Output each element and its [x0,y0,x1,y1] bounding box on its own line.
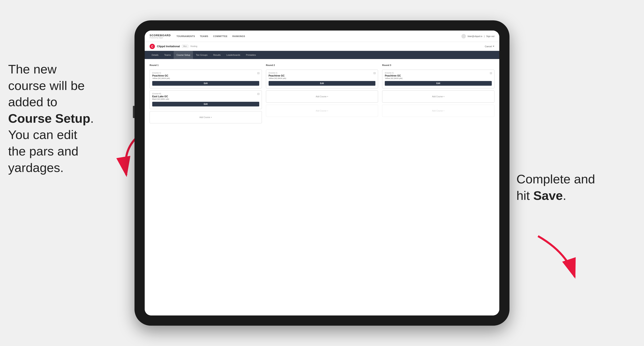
logo-area: SCOREBOARD Powered by clippd [150,34,171,39]
user-email: blair@clippd.io [468,35,482,37]
sub-header: C Clippd Invitational Men Hosting Cancel… [145,42,499,51]
sign-out-link[interactable]: Sign out [486,35,494,37]
round-3-add-course-disabled: Add Course + [382,105,494,117]
tournament-badge: Men [182,45,188,48]
tab-leaderboards[interactable]: Leaderboards [224,51,243,59]
round-1-course-a-name: Peachtree GC [152,74,259,77]
round-2-add-course[interactable]: Add Course + [266,90,378,103]
tab-teams[interactable]: Teams [162,51,174,59]
hosting-label: Hosting [190,45,197,47]
round-2-label: Round 2 [266,64,378,66]
round-1-course-b-info: Black (M) (6891 yds) [152,98,259,100]
round-1-add-course-text: Add Course + [200,116,212,119]
top-nav: SCOREBOARD Powered by clippd TOURNAMENTS… [145,30,499,42]
right-annotation-bold: Save [533,188,563,202]
round-2-column: Round 2 ⊟ (Course A) Peachtree GC Yellow… [266,64,378,123]
round-3-course-a-card: ⊟ (Course A) Peachtree GC Yellow (M) (66… [382,70,494,88]
tablet-frame: SCOREBOARD Powered by clippd TOURNAMENTS… [134,20,510,326]
sub-header-left: C Clippd Invitational Men Hosting [150,44,197,49]
round-3-column: Round 3 ⊟ (Course A) Peachtree GC Yellow… [382,64,494,123]
round-3-label: Round 3 [382,64,494,66]
round-3-add-course[interactable]: Add Course + [382,90,494,103]
round-1-column: Round 1 ⊟ (Course A) Peachtree GC Yellow… [150,64,262,123]
round-1-course-a-delete[interactable]: ⊟ [257,71,260,75]
round-3-course-a-edit[interactable]: Edit [385,81,492,86]
round-3-course-a-delete[interactable]: ⊟ [490,71,492,75]
logo-scoreboard: SCOREBOARD [150,34,171,37]
round-3-course-a-info: Yellow (M) (6629 yds) [385,77,492,79]
tab-course-setup[interactable]: Course Setup [174,51,193,59]
nav-teams[interactable]: TEAMS [200,34,208,38]
cancel-label: Cancel [485,45,492,48]
right-annotation-text: Complete and hit Save. [516,172,595,202]
round-1-course-b-card: ⊟ (Course B) East Lake GC Black (M) (689… [150,90,262,109]
round-2-add-course-disabled: Add Course + [266,105,378,117]
separator: | [484,35,485,37]
round-3-add-course-text: Add Course + [432,95,444,98]
round-1-course-a-info: Yellow (M) (6629 yds) [152,77,259,79]
tab-results[interactable]: Results [210,51,224,59]
round-1-course-b-delete[interactable]: ⊟ [257,92,260,95]
round-2-add-course-text: Add Course + [316,95,328,98]
logo-powered: Powered by clippd [150,37,171,39]
round-1-course-b-tag: (Course B) [152,93,259,95]
left-annotation: The new course will be added to Course S… [8,61,94,176]
round-1-add-course[interactable]: Add Course + [150,111,262,123]
nav-rankings[interactable]: RANKINGS [232,34,245,38]
nav-committee[interactable]: COMMITTEE [213,34,228,38]
cancel-button[interactable]: Cancel ✕ [485,45,494,48]
annotation-bold-text: Course Setup [8,111,90,125]
round-2-add-course-disabled-text: Add Course + [316,110,328,112]
round-2-course-a-edit[interactable]: Edit [268,81,376,86]
round-2-course-a-delete[interactable]: ⊟ [373,71,376,75]
nav-tournaments[interactable]: TOURNAMENTS [176,34,195,38]
round-3-course-a-tag: (Course A) [385,72,492,74]
top-nav-links: TOURNAMENTS TEAMS COMMITTEE RANKINGS [176,34,462,38]
user-avatar [462,34,466,38]
round-1-course-b-edit[interactable]: Edit [152,102,259,106]
round-1-course-a-tag: (Course A) [152,72,259,74]
round-2-course-a-card: ⊟ (Course A) Peachtree GC Yellow (M) (66… [266,70,378,88]
top-nav-right: blair@clippd.io | Sign out [462,34,494,38]
round-2-course-a-tag: (Course A) [268,72,376,74]
tournament-name: Clippd Invitational [157,45,180,48]
round-1-course-a-card: ⊟ (Course A) Peachtree GC Yellow (M) (66… [150,70,262,88]
round-1-course-a-edit[interactable]: Edit [152,81,259,86]
tabs-bar: Details Teams Course Setup Tee Groups Re… [145,51,499,59]
right-arrow [534,232,591,285]
annotation-text: The new course will be added to Course S… [8,62,94,175]
c-logo: C [150,44,155,49]
round-2-course-a-info: Yellow (M) (6629 yds) [268,77,376,79]
tab-printables[interactable]: Printables [243,51,259,59]
right-annotation: Complete and hit Save. [516,171,595,204]
round-2-course-a-name: Peachtree GC [268,74,376,77]
main-content: Round 1 ⊟ (Course A) Peachtree GC Yellow… [145,59,499,316]
cancel-x-icon: ✕ [492,45,494,48]
tab-details[interactable]: Details [149,51,162,59]
tablet-screen: SCOREBOARD Powered by clippd TOURNAMENTS… [145,30,499,316]
round-1-label: Round 1 [150,64,262,66]
round-3-add-course-disabled-text: Add Course + [432,110,444,112]
side-button [133,106,134,118]
rounds-grid: Round 1 ⊟ (Course A) Peachtree GC Yellow… [150,64,494,123]
round-1-course-b-name: East Lake GC [152,95,259,98]
round-3-course-a-name: Peachtree GC [385,74,492,77]
tab-tee-groups[interactable]: Tee Groups [193,51,210,59]
